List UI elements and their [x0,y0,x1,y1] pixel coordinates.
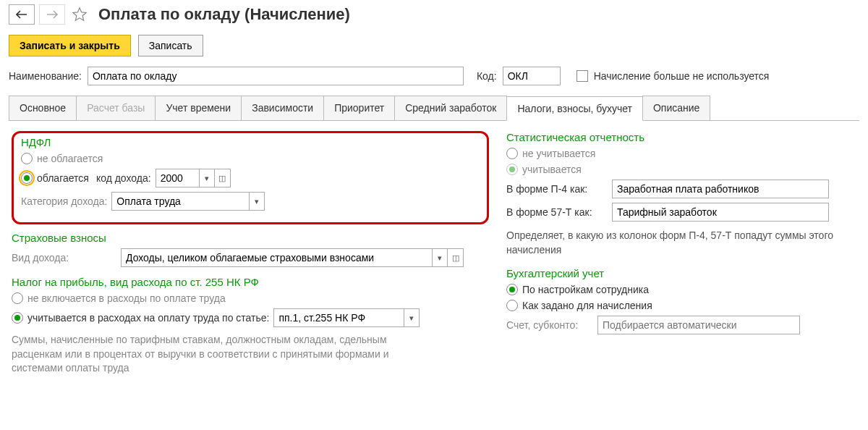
p4-input[interactable] [612,180,829,198]
acc-accrual-radio[interactable] [506,300,518,311]
tab-main[interactable]: Основное [9,96,77,120]
name-label: Наименование: [9,70,82,82]
profit-included-label: учитывается в расходах на оплату труда п… [27,312,269,324]
tabs: Основное Расчет базы Учет времени Зависи… [9,96,859,121]
stats-counted-radio[interactable] [506,164,518,175]
back-button[interactable] [9,4,35,25]
accounting-title: Бухгалтерский учет [506,267,856,279]
code-input[interactable] [503,67,561,85]
acc-employee-label: По настройкам сотрудника [522,284,649,295]
tab-desc[interactable]: Описание [642,96,710,120]
open-icon[interactable]: ◫ [215,169,231,187]
unused-checkbox[interactable] [576,70,588,82]
ndfl-not-taxed-label: не облагается [37,153,103,164]
ndfl-highlight: НДФЛ не облагается облагается код дохода… [12,131,489,224]
tab-time[interactable]: Учет времени [155,96,242,120]
profit-tax-title: Налог на прибыль, вид расхода по ст. 255… [12,276,489,288]
open-icon[interactable]: ◫ [448,248,464,267]
profit-not-included-radio[interactable] [12,292,23,304]
ndfl-category-label: Категория дохода: [21,195,107,207]
ndfl-title: НДФЛ [21,136,480,148]
stats-not-counted-label: не учитывается [522,148,595,159]
star-icon[interactable] [69,4,90,25]
tab-base[interactable]: Расчет базы [76,96,156,120]
stats-title: Статистическая отчетность [506,131,856,143]
unused-label: Начисление больше не используется [594,70,770,82]
ndfl-taxed-label: облагается [37,172,89,184]
account-input[interactable] [597,316,800,334]
tab-priority[interactable]: Приоритет [323,96,395,120]
ndfl-taxed-radio[interactable] [21,172,33,184]
dropdown-icon[interactable]: ▾ [432,248,448,267]
insurance-type-label: Вид дохода: [12,252,116,264]
t57-input[interactable] [612,203,829,222]
dropdown-icon[interactable]: ▾ [199,169,215,187]
profit-included-radio[interactable] [12,312,23,324]
ndfl-code-label: код дохода: [96,172,151,184]
tab-deps[interactable]: Зависимости [241,96,324,120]
profit-article-input[interactable] [273,308,404,327]
acc-employee-radio[interactable] [506,284,518,295]
ndfl-code-input[interactable] [156,169,199,187]
save-button[interactable]: Записать [138,35,203,56]
code-label: Код: [477,70,497,82]
name-input[interactable] [88,67,464,85]
p4-label: В форме П-4 как: [506,183,608,195]
profit-not-included-label: не включается в расходы по оплате труда [27,292,226,304]
ndfl-category-input[interactable] [111,192,249,211]
save-close-button[interactable]: Записать и закрыть [9,35,131,56]
t57-label: В форме 57-Т как: [506,206,608,218]
tab-taxes[interactable]: Налоги, взносы, бухучет [506,96,643,121]
stats-not-counted-radio[interactable] [506,148,518,159]
acc-accrual-label: Как задано для начисления [522,300,652,311]
tab-avg[interactable]: Средний заработок [394,96,507,120]
insurance-type-input[interactable] [121,248,432,267]
dropdown-icon[interactable]: ▾ [404,308,420,327]
profit-tax-desc: Суммы, начисленные по тарифным ставкам, … [12,333,417,376]
stats-desc: Определяет, в какую из колонок форм П-4,… [506,229,856,257]
account-label: Счет, субконто: [506,319,593,331]
page-title: Оплата по окладу (Начисление) [98,5,350,24]
dropdown-icon[interactable]: ▾ [249,192,265,211]
forward-button[interactable] [39,4,65,25]
insurance-title: Страховые взносы [12,232,489,244]
stats-counted-label: учитывается [522,164,582,175]
ndfl-not-taxed-radio[interactable] [21,153,33,164]
